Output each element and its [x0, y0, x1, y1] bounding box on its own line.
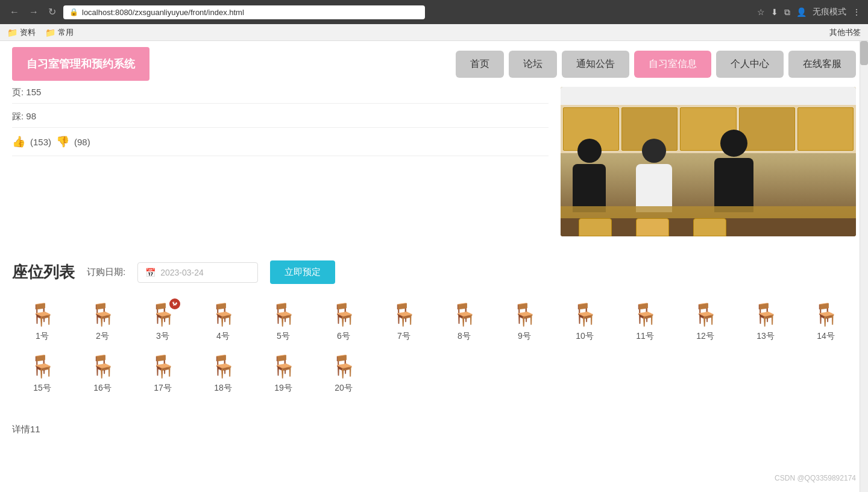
seat-icon-19: 🪑 [256, 354, 310, 379]
calendar-icon: 📅 [145, 268, 156, 277]
seat-2[interactable]: 🪑 2号 [72, 296, 133, 348]
seat-icon-16: 🪑 [75, 354, 130, 379]
lock-icon: 🔒 [69, 8, 78, 16]
seat-6[interactable]: 🪑 6号 [313, 296, 374, 348]
nav-home[interactable]: 首页 [456, 51, 504, 78]
seat-number-6: 6号 [316, 331, 371, 342]
nav-notice[interactable]: 通知公告 [562, 51, 629, 78]
refresh-button[interactable]: ↻ [46, 5, 58, 19]
likes-count: (153) [30, 137, 51, 147]
bookmark-ziliao[interactable]: 📁 资料 [7, 27, 36, 38]
seat-20[interactable]: 🪑 20号 [313, 348, 374, 400]
scrollbar[interactable] [860, 41, 868, 492]
bookmark-ziliao-label: 资料 [20, 27, 36, 38]
seat-15[interactable]: 🪑 15号 [12, 348, 72, 400]
seat-icon-4: 🪑 [196, 302, 250, 327]
page-wrapper: 自习室管理和预约系统 首页 论坛 通知公告 自习室信息 个人中心 在线客服 页:… [0, 41, 868, 492]
seat-17[interactable]: 🪑 17号 [133, 348, 193, 400]
menu-icon[interactable]: ⋮ [852, 7, 861, 17]
seat-icon-6: 🪑 [316, 302, 371, 327]
seat-19[interactable]: 🪑 19号 [253, 348, 313, 400]
views-label: 页: [12, 87, 26, 97]
content-area: 页: 155 踩: 98 👍 (153) 👎 (98) [0, 87, 868, 248]
site-logo: 自习室管理和预约系统 [12, 47, 149, 81]
nav-study-info[interactable]: 自习室信息 [634, 51, 711, 78]
seat-icon-14: 🪑 [799, 302, 853, 327]
seat-header: 座位列表 订购日期: 📅 2023-03-24 立即预定 [12, 260, 856, 284]
seat-number-2: 2号 [75, 331, 130, 342]
seat-3-avatar: 🐿 [168, 297, 181, 311]
seat-11[interactable]: 🪑 11号 [615, 296, 675, 348]
window-icon[interactable]: ⧉ [784, 7, 790, 17]
seat-number-11: 11号 [618, 331, 672, 342]
url-text: localhost:8080/zxsguanliyuyue/front/inde… [82, 8, 244, 17]
url-bar[interactable]: 🔒 localhost:8080/zxsguanliyuyue/front/in… [63, 5, 425, 19]
seat-7[interactable]: 🪑 7号 [374, 296, 434, 348]
views-stat: 页: 155 [12, 87, 549, 104]
seat-number-19: 19号 [256, 383, 310, 394]
seat-4[interactable]: 🪑 4号 [193, 296, 253, 348]
seat-8[interactable]: 🪑 8号 [434, 296, 494, 348]
folder-icon-2: 📁 [45, 28, 55, 37]
download-icon[interactable]: ⬇ [771, 7, 778, 17]
dislikes-count: (98) [74, 137, 90, 147]
seat-3[interactable]: 🪑 🐿 3号 [133, 296, 193, 348]
folder-icon: 📁 [7, 28, 17, 37]
left-panel: 页: 155 踩: 98 👍 (153) 👎 (98) [12, 87, 561, 236]
seat-13[interactable]: 🪑 13号 [735, 296, 796, 348]
seat-icon-18: 🪑 [196, 354, 250, 379]
seat-icon-5: 🪑 [256, 302, 310, 327]
seat-10[interactable]: 🪑 10号 [555, 296, 615, 348]
bookmark-other-label: 其他书签 [829, 27, 861, 38]
seat-18[interactable]: 🪑 18号 [193, 348, 253, 400]
seat-icon-12: 🪑 [678, 302, 732, 327]
seat-number-18: 18号 [196, 383, 250, 394]
seat-number-1: 1号 [15, 331, 69, 342]
bookmark-changyong-label: 常用 [58, 27, 74, 38]
seat-16[interactable]: 🪑 16号 [72, 348, 133, 400]
seat-icon-20: 🪑 [316, 354, 371, 379]
seat-number-12: 12号 [678, 331, 732, 342]
seat-9[interactable]: 🪑 9号 [494, 296, 555, 348]
seat-number-20: 20号 [316, 383, 371, 394]
seat-number-13: 13号 [738, 331, 793, 342]
star-icon[interactable]: ☆ [757, 7, 765, 17]
seats-grid: 🪑 1号 🪑 2号 🪑 🐿 3号 🪑 4号 🪑 5号 [12, 296, 856, 400]
thumbs-down-icon[interactable]: 👎 [56, 135, 69, 148]
seat-number-5: 5号 [256, 331, 310, 342]
detail-section: 详情11 [0, 412, 868, 447]
ceiling [561, 87, 856, 105]
back-button[interactable]: ← [7, 5, 22, 19]
bookmark-changyong[interactable]: 📁 常用 [45, 27, 74, 38]
seat-14[interactable]: 🪑 14号 [796, 296, 856, 348]
seat-5[interactable]: 🪑 5号 [253, 296, 313, 348]
seat-icon-1: 🪑 [15, 302, 69, 327]
nav-profile[interactable]: 个人中心 [716, 51, 784, 78]
steps-label: 踩: [12, 111, 26, 121]
seat-icon-8: 🪑 [437, 302, 491, 327]
profile-icon[interactable]: 👤 [796, 7, 807, 17]
seat-icon-10: 🪑 [558, 302, 612, 327]
watermark: CSDN @QQ3359892174 [775, 474, 856, 482]
date-input[interactable]: 📅 2023-03-24 [137, 262, 258, 283]
top-nav: 自习室管理和预约系统 首页 论坛 通知公告 自习室信息 个人中心 在线客服 [0, 41, 868, 87]
seat-number-9: 9号 [497, 331, 552, 342]
nav-forum[interactable]: 论坛 [509, 51, 557, 78]
seat-icon-15: 🪑 [15, 354, 69, 379]
steps-value: 98 [26, 111, 36, 121]
seat-1[interactable]: 🪑 1号 [12, 296, 72, 348]
forward-button[interactable]: → [27, 5, 41, 19]
study-room-bg [561, 87, 856, 236]
date-value: 2023-03-24 [160, 268, 204, 277]
seat-icon-2: 🪑 [75, 302, 130, 327]
seat-number-8: 8号 [437, 331, 491, 342]
nav-service[interactable]: 在线客服 [788, 51, 856, 78]
thumbs-up-icon[interactable]: 👍 [12, 135, 25, 148]
seat-icon-11: 🪑 [618, 302, 672, 327]
book-button[interactable]: 立即预定 [270, 260, 335, 284]
seat-icon-7: 🪑 [377, 302, 431, 327]
seat-12[interactable]: 🪑 12号 [675, 296, 735, 348]
seat-section: 座位列表 订购日期: 📅 2023-03-24 立即预定 🪑 1号 🪑 2号 🪑 [0, 248, 868, 412]
bookmark-other[interactable]: 其他书签 [829, 27, 861, 38]
seat-number-16: 16号 [75, 383, 130, 394]
